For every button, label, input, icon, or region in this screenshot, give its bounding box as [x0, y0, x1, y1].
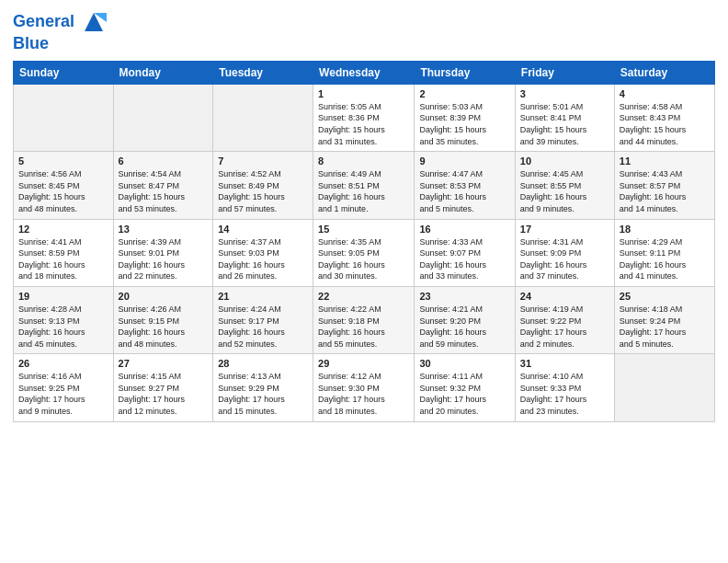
day-number: 19 — [18, 291, 108, 302]
day-info: Sunrise: 4:37 AM Sunset: 9:03 PM Dayligh… — [218, 236, 308, 282]
day-number: 26 — [18, 358, 108, 369]
day-number: 1 — [318, 88, 409, 99]
day-info: Sunrise: 4:19 AM Sunset: 9:22 PM Dayligh… — [520, 304, 609, 350]
day-info: Sunrise: 4:43 AM Sunset: 8:57 PM Dayligh… — [620, 168, 710, 214]
day-number: 18 — [620, 224, 710, 235]
calendar-cell: 31Sunrise: 4:10 AM Sunset: 9:33 PM Dayli… — [515, 354, 614, 421]
day-info: Sunrise: 4:21 AM Sunset: 9:20 PM Dayligh… — [419, 304, 509, 350]
day-info: Sunrise: 4:26 AM Sunset: 9:15 PM Dayligh… — [119, 304, 209, 350]
day-info: Sunrise: 4:13 AM Sunset: 9:29 PM Dayligh… — [218, 371, 308, 417]
calendar-week-5: 26Sunrise: 4:16 AM Sunset: 9:25 PM Dayli… — [14, 354, 715, 421]
day-number: 31 — [520, 358, 609, 369]
calendar-cell: 23Sunrise: 4:21 AM Sunset: 9:20 PM Dayli… — [415, 286, 515, 353]
day-info: Sunrise: 5:01 AM Sunset: 8:41 PM Dayligh… — [520, 101, 609, 147]
header: General Blue — [13, 9, 715, 53]
calendar-cell: 14Sunrise: 4:37 AM Sunset: 9:03 PM Dayli… — [213, 219, 313, 286]
day-number: 12 — [18, 224, 108, 235]
day-number: 15 — [318, 224, 409, 235]
day-info: Sunrise: 4:11 AM Sunset: 9:32 PM Dayligh… — [419, 371, 509, 417]
day-number: 4 — [620, 88, 710, 99]
calendar-cell — [213, 84, 313, 151]
calendar-cell — [614, 354, 714, 421]
day-info: Sunrise: 4:41 AM Sunset: 8:59 PM Dayligh… — [18, 236, 108, 282]
calendar-cell: 20Sunrise: 4:26 AM Sunset: 9:15 PM Dayli… — [113, 286, 213, 353]
day-number: 30 — [419, 358, 509, 369]
day-info: Sunrise: 4:28 AM Sunset: 9:13 PM Dayligh… — [18, 304, 108, 350]
day-info: Sunrise: 4:52 AM Sunset: 8:49 PM Dayligh… — [218, 168, 308, 214]
day-info: Sunrise: 4:12 AM Sunset: 9:30 PM Dayligh… — [318, 371, 409, 417]
calendar-cell: 12Sunrise: 4:41 AM Sunset: 8:59 PM Dayli… — [14, 219, 114, 286]
calendar-cell: 13Sunrise: 4:39 AM Sunset: 9:01 PM Dayli… — [113, 219, 213, 286]
day-number: 2 — [419, 88, 509, 99]
day-number: 29 — [318, 358, 409, 369]
calendar-cell: 16Sunrise: 4:33 AM Sunset: 9:07 PM Dayli… — [415, 219, 515, 286]
calendar-cell: 2Sunrise: 5:03 AM Sunset: 8:39 PM Daylig… — [415, 84, 515, 151]
col-header-thursday: Thursday — [415, 61, 515, 84]
page: General Blue SundayMondayTuesdayWednesda… — [0, 0, 728, 435]
calendar-cell: 18Sunrise: 4:29 AM Sunset: 9:11 PM Dayli… — [614, 219, 714, 286]
day-number: 11 — [620, 155, 710, 167]
day-number: 17 — [520, 224, 609, 235]
day-info: Sunrise: 4:10 AM Sunset: 9:33 PM Dayligh… — [520, 371, 609, 417]
calendar-header-row: SundayMondayTuesdayWednesdayThursdayFrid… — [14, 61, 715, 84]
day-number: 25 — [620, 291, 710, 302]
day-number: 10 — [520, 155, 609, 167]
calendar-week-2: 5Sunrise: 4:56 AM Sunset: 8:45 PM Daylig… — [14, 152, 715, 219]
day-number: 27 — [119, 358, 209, 369]
day-info: Sunrise: 4:31 AM Sunset: 9:09 PM Dayligh… — [520, 236, 609, 282]
day-info: Sunrise: 4:45 AM Sunset: 8:55 PM Dayligh… — [520, 168, 609, 214]
calendar-cell — [113, 84, 213, 151]
day-number: 5 — [18, 155, 108, 167]
day-info: Sunrise: 5:03 AM Sunset: 8:39 PM Dayligh… — [419, 101, 509, 147]
calendar-cell: 4Sunrise: 4:58 AM Sunset: 8:43 PM Daylig… — [614, 84, 714, 151]
day-number: 23 — [419, 291, 509, 302]
day-info: Sunrise: 4:24 AM Sunset: 9:17 PM Dayligh… — [218, 304, 308, 350]
day-number: 7 — [218, 155, 308, 167]
logo-text: General — [13, 9, 107, 35]
day-info: Sunrise: 5:05 AM Sunset: 8:36 PM Dayligh… — [318, 101, 409, 147]
day-info: Sunrise: 4:54 AM Sunset: 8:47 PM Dayligh… — [119, 168, 209, 214]
day-number: 21 — [218, 291, 308, 302]
day-info: Sunrise: 4:18 AM Sunset: 9:24 PM Dayligh… — [620, 304, 710, 350]
calendar-cell: 22Sunrise: 4:22 AM Sunset: 9:18 PM Dayli… — [313, 286, 415, 353]
col-header-wednesday: Wednesday — [313, 61, 415, 84]
day-number: 16 — [419, 224, 509, 235]
day-number: 3 — [520, 88, 609, 99]
calendar-cell: 17Sunrise: 4:31 AM Sunset: 9:09 PM Dayli… — [515, 219, 614, 286]
logo-blue: Blue — [13, 35, 107, 53]
calendar-week-1: 1Sunrise: 5:05 AM Sunset: 8:36 PM Daylig… — [14, 84, 715, 151]
calendar-cell: 24Sunrise: 4:19 AM Sunset: 9:22 PM Dayli… — [515, 286, 614, 353]
calendar-cell — [14, 84, 114, 151]
calendar-cell: 9Sunrise: 4:47 AM Sunset: 8:53 PM Daylig… — [415, 152, 515, 219]
calendar-cell: 5Sunrise: 4:56 AM Sunset: 8:45 PM Daylig… — [14, 152, 114, 219]
col-header-sunday: Sunday — [14, 61, 114, 84]
calendar-cell: 3Sunrise: 5:01 AM Sunset: 8:41 PM Daylig… — [515, 84, 614, 151]
day-number: 9 — [419, 155, 509, 167]
col-header-monday: Monday — [113, 61, 213, 84]
calendar: SundayMondayTuesdayWednesdayThursdayFrid… — [13, 61, 715, 422]
calendar-cell: 6Sunrise: 4:54 AM Sunset: 8:47 PM Daylig… — [113, 152, 213, 219]
calendar-cell: 19Sunrise: 4:28 AM Sunset: 9:13 PM Dayli… — [14, 286, 114, 353]
calendar-cell: 26Sunrise: 4:16 AM Sunset: 9:25 PM Dayli… — [14, 354, 114, 421]
day-number: 8 — [318, 155, 409, 167]
calendar-cell: 30Sunrise: 4:11 AM Sunset: 9:32 PM Dayli… — [415, 354, 515, 421]
calendar-cell: 29Sunrise: 4:12 AM Sunset: 9:30 PM Dayli… — [313, 354, 415, 421]
day-number: 14 — [218, 224, 308, 235]
day-info: Sunrise: 4:39 AM Sunset: 9:01 PM Dayligh… — [119, 236, 209, 282]
day-number: 24 — [520, 291, 609, 302]
calendar-cell: 7Sunrise: 4:52 AM Sunset: 8:49 PM Daylig… — [213, 152, 313, 219]
logo: General Blue — [13, 9, 107, 53]
calendar-cell: 15Sunrise: 4:35 AM Sunset: 9:05 PM Dayli… — [313, 219, 415, 286]
day-number: 13 — [119, 224, 209, 235]
day-info: Sunrise: 4:47 AM Sunset: 8:53 PM Dayligh… — [419, 168, 509, 214]
calendar-cell: 25Sunrise: 4:18 AM Sunset: 9:24 PM Dayli… — [614, 286, 714, 353]
day-info: Sunrise: 4:15 AM Sunset: 9:27 PM Dayligh… — [119, 371, 209, 417]
calendar-cell: 10Sunrise: 4:45 AM Sunset: 8:55 PM Dayli… — [515, 152, 614, 219]
calendar-week-4: 19Sunrise: 4:28 AM Sunset: 9:13 PM Dayli… — [14, 286, 715, 353]
day-info: Sunrise: 4:22 AM Sunset: 9:18 PM Dayligh… — [318, 304, 409, 350]
col-header-tuesday: Tuesday — [213, 61, 313, 84]
logo-general: General — [13, 12, 74, 30]
day-number: 6 — [119, 155, 209, 167]
day-number: 28 — [218, 358, 308, 369]
calendar-cell: 11Sunrise: 4:43 AM Sunset: 8:57 PM Dayli… — [614, 152, 714, 219]
